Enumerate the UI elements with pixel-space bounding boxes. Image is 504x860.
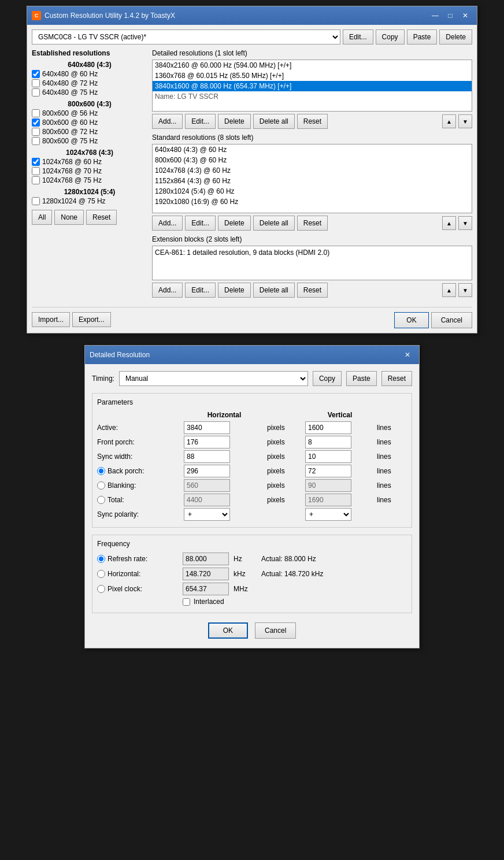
- standard-add-button[interactable]: Add...: [152, 216, 183, 231]
- extension-down-button[interactable]: ▼: [458, 283, 472, 297]
- detailed-resolutions-section: Detailed resolutions (1 slot left) 3840x…: [152, 49, 472, 129]
- dialog-body: Timing: Manual Copy Paste Reset Paramete…: [85, 364, 419, 648]
- total-v-input[interactable]: [305, 494, 351, 506]
- minimize-button[interactable]: —: [428, 10, 442, 21]
- pixel-clock-label: Pixel clock:: [97, 585, 178, 593]
- copy-display-button[interactable]: Copy: [376, 29, 405, 45]
- active-v-input[interactable]: [305, 421, 351, 434]
- interlaced-checkbox[interactable]: [183, 598, 190, 606]
- paste-display-button[interactable]: Paste: [407, 29, 438, 45]
- all-button[interactable]: All: [32, 210, 52, 225]
- checkbox-640x480-60[interactable]: [32, 70, 40, 78]
- horizontal-freq-radio[interactable]: [97, 570, 105, 578]
- sync-v-select[interactable]: + -: [305, 508, 351, 521]
- sync-polarity-row: Sync polarity: + - + -: [97, 508, 407, 521]
- ok-button[interactable]: OK: [394, 312, 428, 328]
- standard-up-button[interactable]: ▲: [442, 216, 456, 230]
- timing-select[interactable]: Manual: [119, 371, 308, 386]
- blanking-h-input[interactable]: [184, 479, 230, 492]
- detailed-delete-button[interactable]: Delete: [218, 114, 251, 129]
- sync-width-h-input[interactable]: [184, 450, 230, 463]
- standard-down-button[interactable]: ▼: [458, 216, 472, 230]
- detailed-down-button[interactable]: ▼: [458, 114, 472, 128]
- list-item[interactable]: 640x480 (4:3) @ 60 Hz: [153, 144, 472, 155]
- import-button[interactable]: Import...: [32, 312, 70, 327]
- edit-display-button[interactable]: Edit...: [343, 29, 373, 45]
- checkbox-800x600-56[interactable]: [32, 109, 40, 117]
- checkbox-800x600-75[interactable]: [32, 137, 40, 145]
- pixel-clock-radio[interactable]: [97, 585, 105, 593]
- checkbox-640x480-75[interactable]: [32, 88, 40, 97]
- none-button[interactable]: None: [54, 210, 84, 225]
- dialog-cancel-button[interactable]: Cancel: [255, 622, 296, 639]
- total-v-unit: lines: [377, 496, 415, 504]
- checkbox-1024x768-60[interactable]: [32, 158, 40, 166]
- checkbox-1280x1024-75[interactable]: [32, 197, 40, 205]
- display-dropdown[interactable]: GSMC0C8 - LG TV SSCR (active)*: [32, 29, 340, 45]
- back-porch-v-input[interactable]: [305, 465, 351, 477]
- list-item[interactable]: 1920x1080 (16:9) @ 60 Hz: [153, 197, 472, 207]
- delete-display-button[interactable]: Delete: [439, 29, 472, 45]
- refresh-rate-input[interactable]: [183, 553, 229, 565]
- blanking-radio[interactable]: [97, 481, 105, 490]
- list-item[interactable]: 1360x768 @ 60.015 Hz (85.50 MHz) [+/+]: [153, 71, 472, 81]
- standard-delete-button[interactable]: Delete: [218, 216, 251, 231]
- horizontal-freq-input[interactable]: [183, 568, 229, 580]
- list-item[interactable]: 3840x1600 @ 88.000 Hz (654.37 MHz) [+/+]: [153, 81, 472, 91]
- paste-timing-button[interactable]: Paste: [346, 371, 377, 386]
- dialog-ok-button[interactable]: OK: [208, 622, 248, 639]
- cancel-button[interactable]: Cancel: [431, 312, 472, 328]
- sync-width-v-input[interactable]: [305, 450, 351, 463]
- detailed-up-button[interactable]: ▲: [442, 114, 456, 128]
- checkbox-800x600-60[interactable]: [32, 118, 40, 127]
- standard-delete-all-button[interactable]: Delete all: [253, 216, 295, 231]
- list-item[interactable]: 3840x2160 @ 60.000 Hz (594.00 MHz) [+/+]: [153, 60, 472, 71]
- extension-edit-button[interactable]: Edit...: [185, 283, 216, 298]
- checkbox-1024x768-75[interactable]: [32, 176, 40, 184]
- reset-established-button[interactable]: Reset: [86, 210, 117, 225]
- reset-timing-button[interactable]: Reset: [381, 371, 412, 386]
- list-item[interactable]: 1280x1024 (5:4) @ 60 Hz: [153, 186, 472, 197]
- blanking-v-input[interactable]: [305, 479, 351, 492]
- detailed-delete-all-button[interactable]: Delete all: [253, 114, 295, 129]
- extension-delete-button[interactable]: Delete: [218, 283, 251, 298]
- checkbox-1024x768-70[interactable]: [32, 167, 40, 175]
- right-panel: Detailed resolutions (1 slot left) 3840x…: [152, 49, 472, 302]
- refresh-rate-actual: Actual: 88.000 Hz: [261, 555, 316, 563]
- list-item[interactable]: 1152x864 (4:3) @ 60 Hz: [153, 176, 472, 186]
- active-h-input[interactable]: [184, 421, 230, 434]
- extension-up-button[interactable]: ▲: [442, 283, 456, 297]
- detailed-add-button[interactable]: Add...: [152, 114, 183, 129]
- horizontal-freq-label: Horizontal:: [97, 570, 178, 578]
- refresh-rate-radio[interactable]: [97, 555, 105, 563]
- back-porch-radio[interactable]: [97, 467, 105, 475]
- extension-reset-button[interactable]: Reset: [297, 283, 328, 298]
- close-button[interactable]: ✕: [458, 10, 472, 21]
- front-porch-h-input[interactable]: [184, 436, 230, 448]
- detailed-reset-button[interactable]: Reset: [297, 114, 328, 129]
- standard-edit-button[interactable]: Edit...: [185, 216, 216, 231]
- checkbox-800x600-72[interactable]: [32, 128, 40, 136]
- checkbox-640x480-72[interactable]: [32, 79, 40, 87]
- standard-reset-button[interactable]: Reset: [297, 216, 328, 231]
- group-1280x1024-title: 1280x1024 (5:4): [32, 188, 147, 196]
- active-label: Active:: [97, 424, 184, 432]
- horizontal-header: Horizontal: [184, 411, 265, 419]
- extension-delete-all-button[interactable]: Delete all: [253, 283, 295, 298]
- back-porch-h-input[interactable]: [184, 465, 230, 477]
- export-button[interactable]: Export...: [72, 312, 111, 327]
- total-radio[interactable]: [97, 496, 105, 504]
- sync-h-select[interactable]: + -: [184, 508, 230, 521]
- pixel-clock-input[interactable]: [183, 583, 229, 595]
- detailed-edit-button[interactable]: Edit...: [185, 114, 216, 129]
- maximize-button[interactable]: □: [443, 10, 457, 21]
- list-item[interactable]: 1024x768 (4:3) @ 60 Hz: [153, 165, 472, 176]
- front-porch-v-input[interactable]: [305, 436, 351, 448]
- sync-polarity-label: Sync polarity:: [97, 510, 184, 518]
- list-item[interactable]: 800x600 (4:3) @ 60 Hz: [153, 155, 472, 165]
- copy-timing-button[interactable]: Copy: [313, 371, 342, 386]
- extension-add-button[interactable]: Add...: [152, 283, 183, 298]
- total-h-input[interactable]: [184, 494, 230, 506]
- dialog-close-button[interactable]: ✕: [401, 349, 414, 361]
- params-header: Horizontal Vertical: [97, 411, 407, 419]
